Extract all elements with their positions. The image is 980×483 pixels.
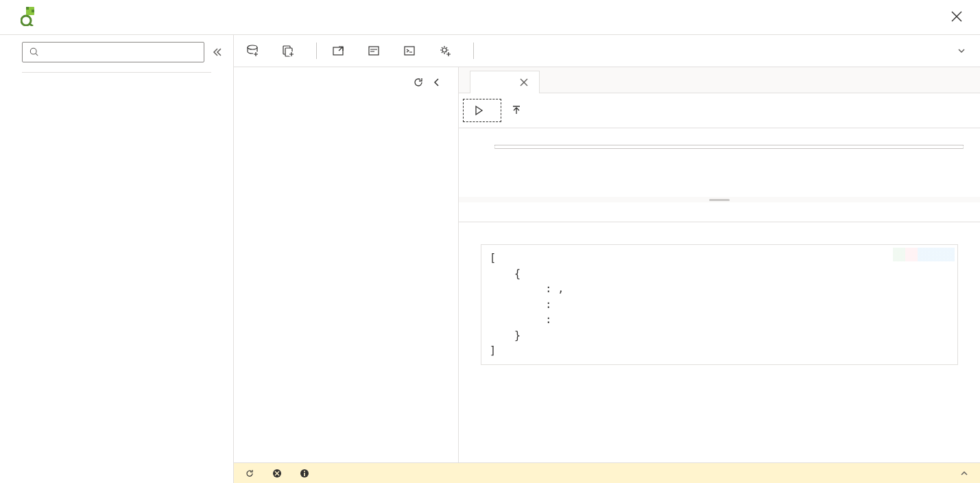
collection-plus-icon (282, 45, 294, 57)
new-collection-button[interactable] (280, 42, 302, 60)
svg-line-4 (29, 24, 33, 26)
load-query-button[interactable] (501, 99, 538, 121)
pane-splitter[interactable] (459, 197, 980, 202)
status-info[interactable] (300, 469, 313, 478)
settings-section-title (0, 75, 233, 91)
error-icon (272, 469, 282, 478)
close-button[interactable] (947, 8, 966, 25)
status-refresh[interactable] (245, 469, 259, 478)
toolbar-separator (316, 43, 317, 59)
query-code[interactable] (494, 145, 964, 149)
editor-minimap (893, 248, 955, 261)
svg-rect-2 (32, 10, 34, 12)
play-icon (473, 105, 484, 116)
shell-icon (403, 45, 416, 57)
new-database-button[interactable] (245, 42, 267, 60)
close-tab-button[interactable] (520, 78, 528, 86)
open-full-screen-button[interactable] (331, 42, 352, 60)
new-stored-procedure-button[interactable] (438, 42, 459, 60)
new-shell-button[interactable] (402, 42, 424, 60)
fullscreen-icon (332, 45, 344, 57)
svg-point-7 (30, 48, 36, 54)
query-icon (368, 45, 380, 57)
collapse-sidebar-button[interactable] (210, 45, 225, 60)
collapse-tree-button[interactable] (428, 76, 446, 89)
svg-line-8 (36, 54, 38, 56)
new-query-button[interactable] (366, 42, 388, 60)
toolbar-separator (473, 43, 474, 59)
database-plus-icon (246, 45, 259, 57)
query-editor[interactable] (459, 128, 980, 197)
svg-rect-15 (369, 47, 379, 55)
toolbar-more-button[interactable] (954, 43, 969, 58)
section-divider (22, 72, 211, 73)
status-errors[interactable] (272, 469, 286, 478)
svg-point-3 (21, 16, 31, 25)
execute-query-button[interactable] (463, 99, 501, 122)
refresh-icon (245, 469, 254, 478)
svg-point-9 (248, 45, 257, 49)
results-json[interactable]: [ { : , : : }] (481, 244, 958, 365)
upload-icon (511, 105, 522, 116)
svg-point-17 (442, 48, 446, 52)
info-icon (300, 469, 309, 478)
refresh-tree-button[interactable] (409, 75, 428, 89)
svg-rect-1 (26, 7, 29, 10)
search-input[interactable] (45, 47, 197, 58)
search-input-container[interactable] (22, 42, 204, 62)
search-icon (29, 47, 39, 57)
svg-rect-26 (304, 473, 305, 476)
expand-status-button[interactable] (959, 469, 969, 478)
gear-plus-icon (439, 45, 451, 57)
app-logo (21, 7, 40, 26)
query-tab[interactable] (470, 71, 540, 93)
svg-point-25 (304, 471, 305, 472)
